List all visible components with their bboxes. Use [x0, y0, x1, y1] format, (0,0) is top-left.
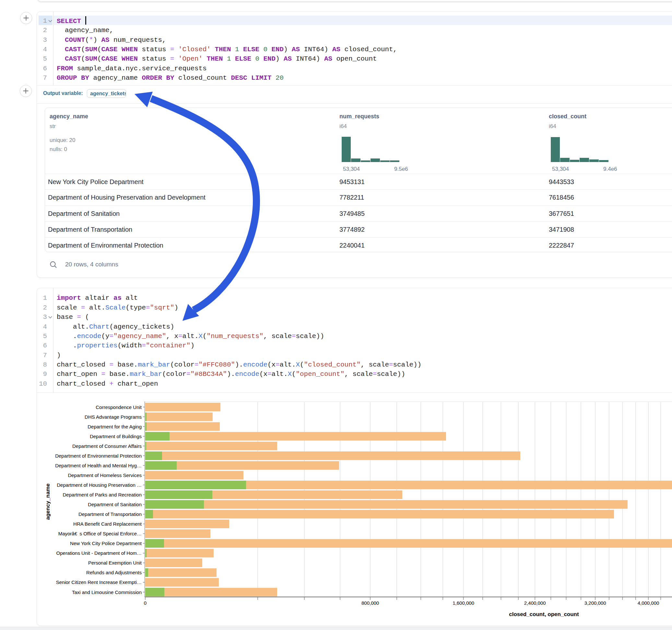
svg-text:Department of Transportation: Department of Transportation — [78, 511, 142, 517]
svg-text:Personal Exemption Unit: Personal Exemption Unit — [88, 560, 142, 565]
svg-text:0: 0 — [144, 600, 146, 606]
svg-text:Taxi and Limousine Commission: Taxi and Limousine Commission — [72, 589, 142, 595]
svg-text:Department of Environmental Pr: Department of Environmental Protection — [55, 453, 142, 459]
svg-text:Department of Health and Menta: Department of Health and Mental Hyg… — [55, 463, 142, 468]
svg-text:HRA Benefit Card Replacement: HRA Benefit Card Replacement — [73, 521, 142, 527]
svg-text:agency_name: agency_name — [45, 484, 51, 520]
svg-text:Refunds and Adjustments: Refunds and Adjustments — [86, 570, 142, 575]
svg-text:New York City Police Departmen: New York City Police Department — [70, 540, 142, 546]
svg-text:Senior Citizen Rent Increase E: Senior Citizen Rent Increase Exempti… — [56, 579, 142, 585]
svg-text:3,200,000: 3,200,000 — [584, 600, 606, 606]
svg-text:Correspondence Unit: Correspondence Unit — [96, 405, 142, 410]
svg-text:closed_count, open_count: closed_count, open_count — [509, 611, 579, 617]
svg-text:Department of Buildings: Department of Buildings — [90, 434, 142, 439]
svg-text:Department of Homeless Service: Department of Homeless Services — [68, 472, 142, 478]
svg-text:4,000,000: 4,000,000 — [638, 600, 659, 606]
svg-text:Mayorâ€ s Office of Special En: Mayorâ€ s Office of Special Enforce… — [58, 531, 142, 536]
svg-text:Department of Consumer Affairs: Department of Consumer Affairs — [72, 443, 142, 449]
svg-text:Department of Housing Preserva: Department of Housing Preservation … — [57, 482, 142, 488]
svg-text:1,600,000: 1,600,000 — [453, 600, 474, 606]
svg-text:Department of Sanitation: Department of Sanitation — [88, 502, 142, 507]
svg-text:2,400,000: 2,400,000 — [524, 600, 546, 606]
svg-text:Department of Parks and Recrea: Department of Parks and Recreation — [63, 492, 142, 498]
svg-text:800,000: 800,000 — [361, 600, 379, 606]
svg-text:Operations Unit - Department o: Operations Unit - Department of Hom… — [56, 550, 142, 556]
svg-text:DHS Advantage Programs: DHS Advantage Programs — [85, 414, 142, 420]
svg-text:Department for the Aging: Department for the Aging — [88, 424, 142, 429]
